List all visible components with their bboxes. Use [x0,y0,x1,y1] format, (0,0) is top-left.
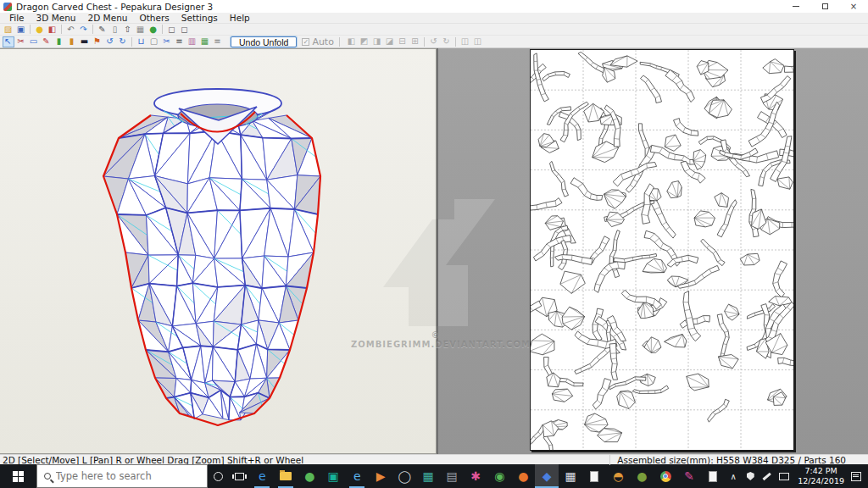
taskbar-internet-explorer-icon[interactable]: e [345,464,369,488]
divide-part-icon[interactable]: ✂ [161,36,173,47]
start-button[interactable] [0,464,36,488]
rotate-right-icon[interactable]: ↻ [117,36,129,47]
taskbar-hat-app-icon[interactable]: ◓ [606,464,630,488]
media-player-glyph: ▶ [376,470,386,482]
window-2d-icon[interactable]: ◻ [179,24,191,35]
snap-right-icon[interactable]: ◫ [471,36,483,47]
arrange-icon[interactable]: ≡ [174,36,186,47]
distribute-v-icon[interactable]: ⊞ [409,36,420,47]
taskbar-media-player-icon[interactable]: ▶ [369,464,392,488]
align-bottom-icon[interactable]: ◪ [383,36,395,47]
taskbar-clock[interactable]: 7:42 PM 12/24/2019 [793,466,849,486]
display-dark-icon[interactable]: ▬ [79,36,91,47]
taskbar-green-app-icon[interactable]: ● [298,464,321,488]
maximize-button[interactable] [810,0,839,13]
taskbar-store-icon[interactable]: ▣ [321,464,345,488]
taskbar-device-app-icon[interactable]: ▤ [440,464,464,488]
materials-icon[interactable]: ▥ [186,36,198,47]
close-button[interactable]: × [839,0,868,13]
rotate-left-icon[interactable]: ↺ [104,36,116,47]
pattern-sheet[interactable] [530,49,794,451]
taskbar-molecule-app-icon[interactable]: ✱ [464,464,487,488]
cortana-button[interactable] [208,464,229,488]
align-right-icon[interactable]: ◨ [370,36,382,47]
task-view-button[interactable] [229,464,250,488]
menu-2d-menu[interactable]: 2D Menu [82,13,134,23]
taskbar-chrome-icon[interactable] [654,464,677,488]
edit-pen-icon[interactable]: ✎ [97,24,108,35]
toolbar-separator [61,25,62,34]
align-top-icon[interactable]: ◩ [358,36,370,47]
undo-icon[interactable]: ↶ [65,24,77,35]
undo-unfold-button[interactable]: Undo Unfold [231,36,297,47]
menu-settings[interactable]: Settings [175,13,224,23]
rotate-ccw-icon[interactable]: ↺ [427,36,439,47]
taskbar-file-explorer-icon[interactable] [274,464,298,488]
texture-cube-icon[interactable]: ◧ [47,24,58,35]
defender-tray-icon[interactable] [742,472,759,480]
toolbar-separator [424,37,425,47]
calculator-glyph: ▦ [565,470,576,482]
open-file-icon[interactable]: ▨ [3,24,14,35]
taskbar-groove-icon[interactable]: ◉ [487,464,511,488]
align-left-icon[interactable]: ◧ [345,36,357,47]
toolbar-separator [92,25,93,34]
taskbar-console-app-icon[interactable]: ▦ [416,464,440,488]
join-edge-icon[interactable]: ⊔ [136,36,147,47]
minimize-icon [793,6,799,7]
taskbar-paint-icon[interactable]: ✎ [677,464,701,488]
auto-unfold-toggle[interactable]: ✓ Auto [302,36,334,47]
action-center-button[interactable] [851,472,861,481]
save-icon[interactable]: ▣ [15,24,27,35]
menu-others[interactable]: Others [133,13,175,23]
edit-flaps-icon[interactable]: ✂ [15,36,27,47]
battery-icon[interactable]: ▮ [53,36,65,47]
maximize-icon [822,3,828,9]
system-tray: ∧ 7:42 PM 12/24/2019 [725,464,868,488]
taskbar-wordpad-icon[interactable] [582,464,606,488]
taskbar-search[interactable] [36,464,208,488]
marquee-icon[interactable]: ▢ [148,36,160,47]
taskbar-ball-app-icon[interactable]: ● [511,464,535,488]
3d-model-canvas [0,49,437,455]
distribute-h-icon[interactable]: ⊟ [396,36,408,47]
pen-tray-icon[interactable] [759,472,776,480]
redo-icon[interactable]: ↷ [78,24,90,35]
scale-icon[interactable]: ≡ [212,36,224,47]
check-view-icon[interactable]: ▭ [28,36,40,47]
minimize-button[interactable] [782,0,810,13]
3d-viewport[interactable] [0,48,437,454]
snap-left-icon[interactable]: ◫ [459,36,470,47]
network-tray-icon[interactable] [776,473,793,480]
shield-icon [747,472,754,480]
import-model-icon[interactable]: ⇧ [122,24,134,35]
pin-icon[interactable]: ● [147,24,159,35]
taskbar-notepad-icon[interactable] [701,464,725,488]
toolbar-separator [339,37,340,47]
tray-expand-button[interactable]: ∧ [725,472,742,481]
menu-file[interactable]: File [3,13,31,23]
taskbar-edge-icon[interactable]: e [250,464,274,488]
draw-line-icon[interactable]: ✎ [41,36,53,47]
select-move-icon[interactable]: ↖ [3,36,14,47]
search-input[interactable] [56,470,183,482]
taskbar-pepakura-icon[interactable]: ◆ [535,464,559,488]
flag-icon[interactable]: ⚑ [92,36,103,47]
2d-viewport[interactable] [438,48,868,454]
menu-3d-menu[interactable]: 3D Menu [31,13,82,23]
menu-help[interactable]: Help [224,13,256,23]
store-glyph: ▣ [328,470,339,482]
light-toggle-icon[interactable]: ● [34,24,46,35]
assembled-size: Assembled size(mm): H558 W384 D325 / Par… [609,455,868,465]
taskbar-calculator-icon[interactable]: ▦ [559,464,582,488]
delete-part-icon[interactable]: ▯ [109,24,121,35]
board-icon[interactable]: ▦ [135,24,147,35]
cortana-icon [214,472,223,481]
sheet-settings-icon[interactable]: ▦ [199,36,211,47]
window-3d-icon[interactable]: ◻ [166,24,178,35]
box-orange-icon[interactable]: ▮ [66,36,78,47]
title-bar: Dragon Carved Chest - Pepakura Designer … [0,0,868,13]
rotate-cw-icon[interactable]: ↻ [440,36,452,47]
taskbar-green-circle-app-icon[interactable]: ● [630,464,654,488]
taskbar-hp-icon[interactable]: ◯ [392,464,416,488]
